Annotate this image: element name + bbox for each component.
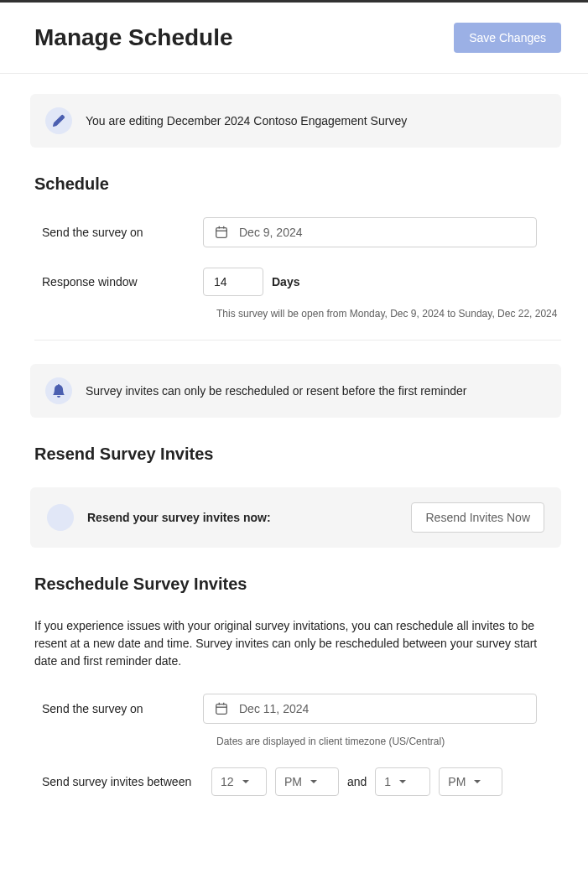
section-divider xyxy=(34,340,561,341)
time-range-row: Send survey invites between 12 PM and 1 … xyxy=(30,767,561,796)
response-window-row: Response window Days xyxy=(30,268,561,296)
page-header: Manage Schedule Save Changes xyxy=(0,3,588,74)
calendar-icon xyxy=(214,225,229,240)
reschedule-date-input[interactable]: Dec 11, 2024 xyxy=(203,694,537,724)
from-ampm-value: PM xyxy=(284,775,302,788)
pencil-icon xyxy=(45,107,72,134)
from-hour-value: 12 xyxy=(221,775,234,788)
reschedule-description: If you experience issues with your origi… xyxy=(30,617,561,670)
reschedule-date-label: Send the survey on xyxy=(42,702,203,715)
page-title: Manage Schedule xyxy=(34,24,233,51)
response-days-input[interactable] xyxy=(203,268,263,296)
response-window-help: This survey will be open from Monday, De… xyxy=(216,308,561,320)
send-date-row: Send the survey on Dec 9, 2024 xyxy=(30,217,561,247)
from-ampm-select[interactable]: PM xyxy=(275,767,339,796)
main-content: You are editing December 2024 Contoso En… xyxy=(0,74,588,816)
to-ampm-value: PM xyxy=(448,775,466,788)
time-range-label: Send survey invites between xyxy=(42,775,203,788)
resend-box-label: Resend your survey invites now: xyxy=(87,511,398,524)
send-date-input[interactable]: Dec 9, 2024 xyxy=(203,217,537,247)
svg-rect-4 xyxy=(216,705,227,715)
timezone-help: Dates are displayed in client timezone (… xyxy=(216,736,561,747)
send-date-value: Dec 9, 2024 xyxy=(239,226,303,239)
chevron-down-icon xyxy=(398,777,408,787)
and-text: and xyxy=(347,775,367,788)
chevron-down-icon xyxy=(241,777,251,787)
reschedule-date-value: Dec 11, 2024 xyxy=(239,702,309,715)
to-hour-select[interactable]: 1 xyxy=(375,767,430,796)
chevron-down-icon xyxy=(309,777,319,787)
resend-invites-box: Resend your survey invites now: Resend I… xyxy=(30,487,561,548)
reminder-banner: Survey invites can only be rescheduled o… xyxy=(30,364,561,418)
editing-banner-text: You are editing December 2024 Contoso En… xyxy=(86,114,407,127)
to-ampm-select[interactable]: PM xyxy=(439,767,502,796)
send-date-label: Send the survey on xyxy=(42,226,203,239)
calendar-icon xyxy=(214,701,229,716)
bell-icon xyxy=(45,377,72,404)
save-changes-button[interactable]: Save Changes xyxy=(454,23,561,53)
from-hour-select[interactable]: 12 xyxy=(211,767,267,796)
svg-rect-0 xyxy=(216,228,227,238)
resend-invites-button[interactable]: Resend Invites Now xyxy=(411,502,544,533)
response-window-label: Response window xyxy=(42,275,203,289)
reschedule-section-title: Reschedule Survey Invites xyxy=(30,575,561,594)
resend-icon-placeholder xyxy=(47,504,74,531)
reminder-banner-text: Survey invites can only be rescheduled o… xyxy=(86,384,466,398)
resend-section-title: Resend Survey Invites xyxy=(30,445,561,464)
chevron-down-icon xyxy=(472,777,482,787)
editing-banner: You are editing December 2024 Contoso En… xyxy=(30,94,561,148)
schedule-section-title: Schedule xyxy=(30,174,561,194)
reschedule-date-row: Send the survey on Dec 11, 2024 xyxy=(30,694,561,724)
to-hour-value: 1 xyxy=(384,775,391,788)
days-label: Days xyxy=(272,275,299,289)
